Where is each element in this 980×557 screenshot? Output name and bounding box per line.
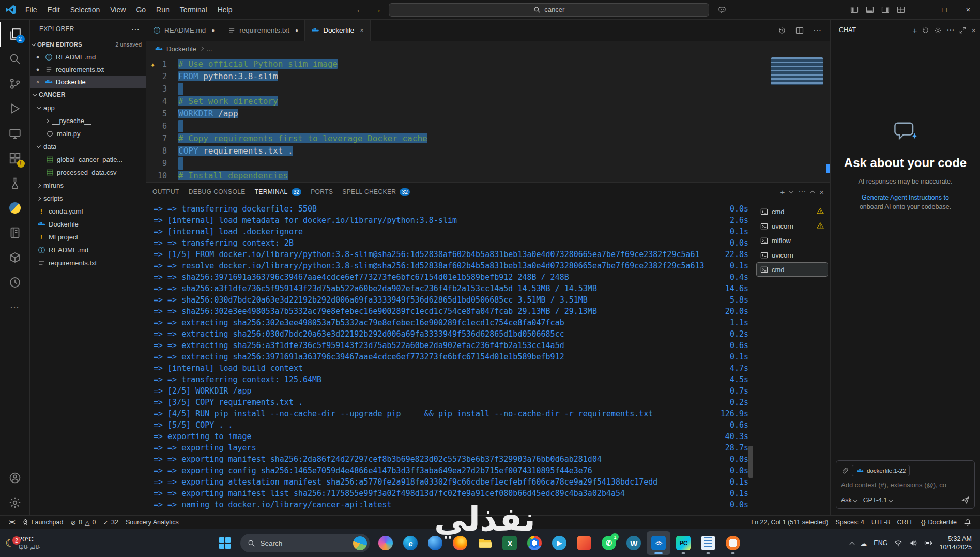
context-attachment-chip[interactable]: dockerfile:1-22 (852, 465, 910, 476)
menu-run[interactable]: Run (151, 4, 174, 16)
breadcrumb[interactable]: Dockerfile ... (146, 41, 830, 56)
menu-help[interactable]: Help (213, 4, 237, 16)
eol-status[interactable]: CRLF (893, 516, 917, 529)
editor-more-icon[interactable]: ⋯ (809, 23, 825, 38)
taskbar-telegram[interactable]: ▶ (547, 531, 571, 555)
chat-input-box[interactable]: dockerfile:1-22 Add context (#), extensi… (836, 460, 975, 509)
taskbar-jupyter[interactable] (721, 531, 745, 555)
taskbar-search[interactable]: Search (240, 534, 370, 552)
taskbar-whatsapp[interactable]: ✆1 (597, 531, 621, 555)
taskbar-edge[interactable]: e (399, 531, 422, 555)
activity-source-control[interactable] (0, 71, 30, 96)
problems-status[interactable]: ⊘0 △0 (67, 516, 99, 529)
panel-tab-debug-console[interactable]: DEBUG CONSOLE (189, 183, 246, 201)
tree-item-Dockerfile[interactable]: Dockerfile (30, 218, 146, 231)
tree-item-global_cancer_patie...[interactable]: global_cancer_patie... (30, 153, 146, 166)
modified-dot[interactable]: ● (34, 54, 41, 60)
weather-widget[interactable]: ☾ 2 20°C غائم غالبًا (5, 535, 109, 551)
battery-icon[interactable] (924, 539, 932, 547)
layout-sidebar-right-icon[interactable] (878, 2, 893, 18)
close-panel-icon[interactable]: × (819, 188, 824, 197)
tree-item-data[interactable]: data (30, 140, 146, 153)
terminal-session-uvicorn[interactable]: uvicorn (756, 248, 828, 262)
terminal-session-uvicorn[interactable]: uvicorn (756, 219, 828, 233)
activity-notebook[interactable] (0, 220, 30, 245)
send-icon[interactable] (961, 496, 970, 504)
history-icon[interactable] (774, 23, 790, 38)
panel-tab-ports[interactable]: PORTS (311, 183, 333, 201)
new-terminal-icon[interactable]: + (780, 188, 785, 197)
menu-file[interactable]: File (21, 4, 42, 16)
tree-item-mlruns[interactable]: mlruns (30, 179, 146, 192)
language-mode[interactable]: {}Dockerfile (917, 516, 960, 529)
open-editors-header[interactable]: OPEN EDITORS 2 unsaved (30, 38, 146, 51)
forward-arrow-icon[interactable]: → (371, 5, 384, 14)
tree-root-cancer[interactable]: CANCER (30, 88, 146, 101)
back-arrow-icon[interactable]: ← (354, 5, 366, 14)
activity-search[interactable] (0, 47, 30, 71)
tree-item-README.md[interactable]: README.md (30, 244, 146, 257)
activity-settings[interactable] (0, 490, 30, 515)
language-indicator[interactable]: ENG (874, 539, 887, 547)
split-editor-icon[interactable] (792, 23, 807, 38)
open-editor-requirements.txt[interactable]: ●requirements.txt (30, 63, 146, 76)
tree-item-app[interactable]: app (30, 101, 146, 114)
chat-close-icon[interactable]: × (971, 26, 976, 35)
terminal-scrollbar[interactable] (747, 201, 754, 515)
tab-Dockerfile[interactable]: Dockerfile× (305, 20, 371, 41)
taskbar-app-orange[interactable] (572, 531, 596, 555)
close-button[interactable]: × (956, 0, 980, 19)
tree-item-scripts[interactable]: scripts (30, 192, 146, 205)
terminal-session-mlflow[interactable]: mlflow (756, 233, 828, 248)
chat-tab[interactable]: CHAT (839, 20, 856, 40)
hidden-icons-chevron[interactable] (849, 541, 854, 547)
tree-item-processed_data.csv[interactable]: processed_data.csv (30, 166, 146, 179)
open-editor-Dockerfile[interactable]: ×Dockerfile (30, 76, 146, 88)
taskbar-notepad[interactable] (696, 531, 720, 555)
layout-sidebar-left-icon[interactable] (847, 2, 862, 18)
chat-settings-icon[interactable] (934, 26, 942, 34)
layout-customize-icon[interactable] (893, 2, 909, 18)
tab-requirements.txt[interactable]: requirements.txt● (221, 20, 305, 41)
panel-tab-terminal[interactable]: TERMINAL32 (255, 183, 302, 201)
bing-daily-icon[interactable] (353, 536, 367, 550)
panel-more-icon[interactable]: ⋯ (798, 187, 806, 197)
chat-more-icon[interactable]: ⋯ (946, 25, 954, 35)
menu-selection[interactable]: Selection (66, 4, 105, 16)
terminal-output[interactable]: => => transferring dockerfile: 550B0.0s=… (146, 201, 754, 515)
command-center-search[interactable]: cancer (389, 3, 709, 17)
menu-view[interactable]: View (105, 4, 130, 16)
open-editor-README.md[interactable]: ●README.md (30, 51, 146, 63)
onedrive-cloud-icon[interactable]: ☁ (861, 539, 867, 547)
close-icon[interactable]: × (34, 79, 41, 85)
activity-run-debug[interactable] (0, 96, 30, 121)
cursor-position[interactable]: Ln 22, Col 1 (511 selected) (747, 516, 832, 529)
chat-input[interactable]: Add context (#), extensions (@), co (841, 481, 970, 489)
layout-panel-icon[interactable] (862, 2, 878, 18)
wifi-icon[interactable] (894, 539, 902, 547)
chat-history-icon[interactable] (922, 26, 929, 34)
copilot-menu-icon[interactable] (714, 2, 730, 18)
taskbar-pycharm[interactable]: PC (671, 531, 695, 555)
mode-dropdown[interactable]: Ask (841, 496, 857, 504)
close-icon[interactable]: × (360, 26, 364, 34)
maximize-panel-icon[interactable] (810, 190, 815, 194)
new-chat-icon[interactable]: + (912, 26, 917, 35)
menu-go[interactable]: Go (131, 4, 150, 16)
encoding-status[interactable]: UTF-8 (868, 516, 893, 529)
menu-edit[interactable]: Edit (43, 4, 65, 16)
menu-terminal[interactable]: Terminal (175, 4, 212, 16)
generate-agent-instructions-link[interactable]: Generate Agent Instructions to (862, 194, 949, 201)
activity-more[interactable]: ⋯ (0, 295, 30, 320)
notifications-bell[interactable] (960, 516, 975, 529)
taskbar-wordpress[interactable]: W (622, 531, 646, 555)
terminal-session-cmd[interactable]: cmd (756, 262, 828, 277)
maximize-button[interactable]: □ (932, 0, 956, 19)
taskbar-vscode[interactable]: </> (647, 531, 670, 555)
panel-tab-output[interactable]: OUTPUT (152, 183, 179, 201)
clock[interactable]: 5:32 AM 10/14/2025 (939, 535, 972, 552)
minimize-button[interactable]: ─ (909, 0, 932, 19)
activity-remote-explorer[interactable] (0, 121, 30, 146)
chevron-down-icon[interactable] (789, 189, 793, 193)
code-editor[interactable]: ✦ 1# Use official Python slim image2FROM… (146, 56, 830, 182)
